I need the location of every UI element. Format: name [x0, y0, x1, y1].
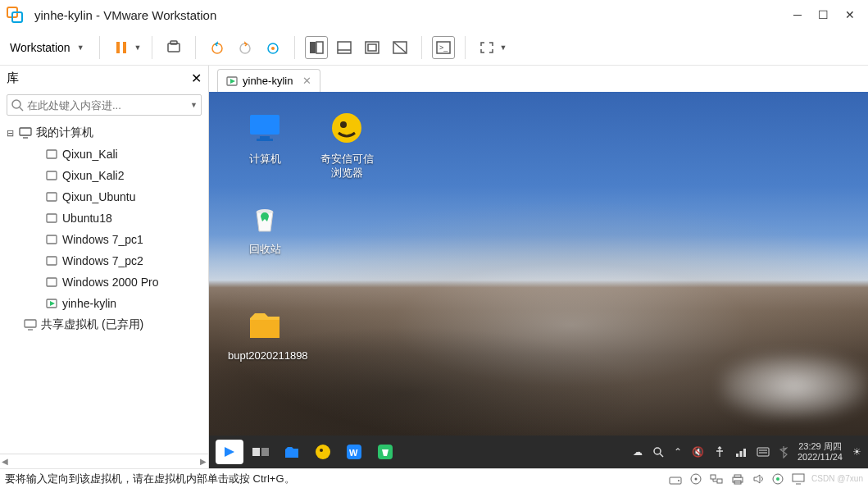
svg-rect-37 [250, 115, 279, 135]
sound-icon[interactable] [752, 473, 764, 485]
svg-point-7 [240, 43, 250, 53]
tree-root-my-computer[interactable]: ⊟ 我的计算机 [0, 122, 208, 144]
console-view-button[interactable]: >_ [432, 36, 455, 59]
close-tab-button[interactable]: ✕ [302, 75, 311, 87]
cloud-icon[interactable]: ☁ [633, 446, 643, 458]
dropdown-icon: ▼ [77, 43, 84, 52]
window-titlebar: yinhe-kylin - VMware Workstation ─ ☐ ✕ [0, 0, 868, 30]
tree-vm-item[interactable]: Windows 2000 Pro [0, 271, 208, 293]
usb-status-icon[interactable] [772, 473, 784, 485]
dropdown-icon[interactable]: ▼ [134, 43, 142, 52]
snapshot-button[interactable] [162, 36, 185, 59]
svg-rect-66 [734, 475, 741, 477]
svg-rect-11 [316, 42, 323, 53]
collapse-icon[interactable]: ⊟ [7, 128, 16, 139]
view-console-button[interactable] [305, 36, 328, 59]
desktop-icon-computer[interactable]: 计算机 [224, 108, 306, 198]
svg-rect-43 [250, 320, 279, 338]
desktop-icon-label: 奇安信可信 浏览器 [320, 153, 374, 180]
volume-muted-icon[interactable]: 🔇 [692, 446, 704, 458]
maximize-button[interactable]: ☐ [818, 8, 829, 21]
window-title: yinhe-kylin - VMware Workstation [34, 8, 793, 22]
svg-rect-63 [711, 475, 716, 479]
svg-point-51 [654, 448, 661, 454]
browser-taskbar-button[interactable] [309, 440, 337, 464]
tree-label: Windows 7_pc2 [62, 254, 143, 267]
dropdown-icon[interactable]: ▼ [500, 43, 507, 52]
vm-running-icon [226, 76, 238, 86]
view-unity-button[interactable] [389, 36, 411, 59]
snapshot-revert-button[interactable] [234, 36, 257, 59]
vm-tab-label: yinhe-kylin [243, 75, 293, 87]
brightness-icon[interactable]: ☀ [852, 446, 861, 458]
close-panel-button[interactable]: ✕ [191, 71, 202, 86]
network-icon[interactable] [735, 446, 747, 458]
snapshot-take-button[interactable] [206, 36, 229, 59]
tree-shared-vms[interactable]: 共享虚拟机 (已弃用) [0, 314, 208, 335]
bluetooth-icon[interactable] [779, 445, 788, 458]
tree-vm-item[interactable]: Windows 7_pc2 [0, 250, 208, 271]
svg-text:W: W [349, 448, 358, 458]
view-quick-switch-button[interactable] [361, 36, 384, 59]
tree-vm-item[interactable]: Ubuntu18 [0, 208, 208, 229]
svg-rect-3 [123, 42, 126, 53]
toolbar-separator [195, 36, 196, 59]
svg-rect-45 [261, 448, 269, 456]
search-tray-icon[interactable] [652, 446, 664, 458]
hdd-icon[interactable] [669, 473, 682, 485]
desktop-icon-label: 计算机 [249, 153, 281, 166]
minimize-button[interactable]: ─ [793, 8, 802, 21]
svg-point-9 [271, 47, 275, 50]
toolbar-separator [99, 36, 100, 59]
file-manager-button[interactable] [278, 440, 306, 464]
vm-tab-active[interactable]: yinhe-kylin ✕ [217, 69, 320, 92]
expand-tray-icon[interactable]: ⌃ [674, 446, 682, 458]
fullscreen-button[interactable] [475, 36, 498, 59]
desktop-icon-browser[interactable]: 奇安信可信 浏览器 [306, 108, 388, 198]
library-title: 库 [7, 71, 19, 86]
pause-button[interactable] [110, 36, 133, 59]
clock[interactable]: 23:29 周四 2022/11/24 [798, 441, 843, 463]
svg-rect-38 [260, 136, 270, 139]
scrollbar-horizontal[interactable]: ◀▶ [0, 454, 208, 468]
keyboard-icon[interactable] [757, 447, 770, 457]
tree-vm-item[interactable]: Qixun_Kali2 [0, 165, 208, 186]
network-adapter-icon[interactable] [710, 473, 723, 485]
tree-vm-item-running[interactable]: yinhe-kylin [0, 293, 208, 314]
workstation-menu[interactable]: Workstation ▼ [10, 41, 89, 54]
svg-rect-5 [170, 41, 177, 44]
wps-button[interactable]: W [340, 440, 368, 464]
view-single-button[interactable] [333, 36, 356, 59]
tree-label: Qixun_Kali2 [62, 169, 125, 182]
display-icon[interactable] [792, 473, 805, 485]
vm-icon [44, 275, 59, 290]
vm-area: yinhe-kylin ✕ 计算机 奇安信可信 浏览器 回收站 [209, 66, 868, 468]
start-button[interactable] [216, 440, 243, 464]
svg-rect-12 [338, 42, 351, 53]
svg-rect-54 [739, 451, 742, 457]
snapshot-manager-button[interactable] [261, 36, 284, 59]
printer-icon[interactable] [731, 473, 744, 485]
watermark: CSDN @7xun [811, 474, 863, 483]
task-view-button[interactable] [247, 440, 275, 464]
desktop-icon-trash[interactable]: 回收站 [224, 198, 306, 289]
desktop-icon-label: 回收站 [249, 243, 281, 257]
folder-icon [245, 305, 284, 344]
usb-icon[interactable] [714, 446, 725, 458]
svg-rect-53 [736, 454, 738, 457]
tree-vm-item[interactable]: Windows 7_pc1 [0, 229, 208, 250]
desktop-icon-folder[interactable]: bupt2020211898 [224, 305, 306, 379]
search-input[interactable] [27, 99, 190, 112]
close-button[interactable]: ✕ [845, 8, 855, 21]
svg-rect-10 [310, 42, 316, 53]
toolbar-separator [465, 36, 466, 59]
tree-label: 共享虚拟机 (已弃用) [41, 317, 143, 332]
library-search[interactable]: ▼ [7, 94, 202, 116]
app-store-button[interactable] [371, 440, 399, 464]
browser-icon [327, 108, 366, 148]
tree-vm-item[interactable]: Qixun_Ubuntu [0, 186, 208, 208]
tree-vm-item[interactable]: Qixun_Kali [0, 144, 208, 165]
guest-desktop[interactable]: 计算机 奇安信可信 浏览器 回收站 bupt2020211898 [209, 92, 868, 468]
dropdown-icon[interactable]: ▼ [190, 101, 198, 109]
cd-icon[interactable] [690, 473, 702, 485]
